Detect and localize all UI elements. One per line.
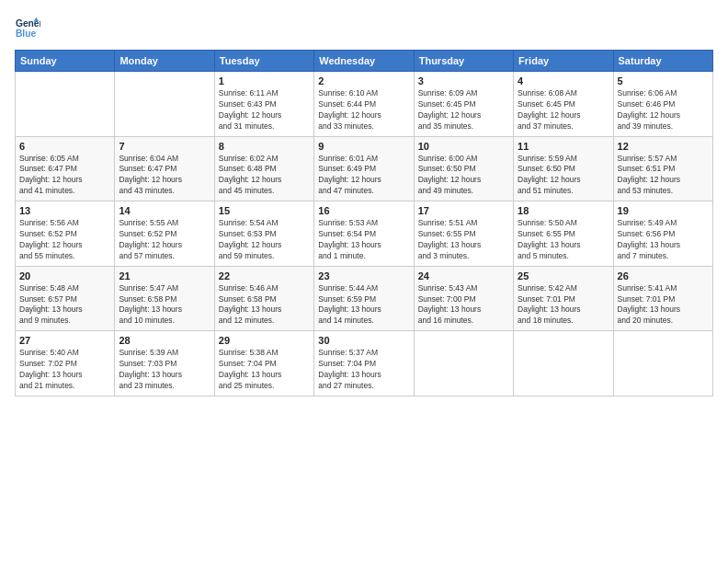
calendar-cell: 9Sunrise: 6:01 AM Sunset: 6:49 PM Daylig… bbox=[314, 136, 414, 201]
day-number: 25 bbox=[518, 270, 609, 282]
day-number: 6 bbox=[19, 141, 110, 152]
calendar-cell: 27Sunrise: 5:40 AM Sunset: 7:02 PM Dayli… bbox=[16, 331, 115, 396]
day-info: Sunrise: 5:47 AM Sunset: 6:58 PM Dayligh… bbox=[119, 283, 210, 327]
svg-text:Blue: Blue bbox=[16, 29, 37, 39]
calendar-cell: 23Sunrise: 5:44 AM Sunset: 6:59 PM Dayli… bbox=[314, 266, 414, 331]
day-number: 27 bbox=[19, 335, 110, 346]
day-info: Sunrise: 6:04 AM Sunset: 6:47 PM Dayligh… bbox=[119, 154, 210, 198]
day-info: Sunrise: 5:39 AM Sunset: 7:03 PM Dayligh… bbox=[119, 348, 210, 392]
day-info: Sunrise: 6:01 AM Sunset: 6:49 PM Dayligh… bbox=[318, 154, 409, 198]
day-info: Sunrise: 6:08 AM Sunset: 6:45 PM Dayligh… bbox=[518, 88, 609, 132]
day-number: 4 bbox=[518, 75, 609, 86]
day-number: 26 bbox=[618, 270, 709, 282]
day-number: 14 bbox=[119, 205, 210, 216]
day-number: 1 bbox=[219, 75, 310, 86]
day-info: Sunrise: 6:00 AM Sunset: 6:50 PM Dayligh… bbox=[418, 154, 509, 198]
day-number: 29 bbox=[219, 335, 310, 346]
week-row-5: 27Sunrise: 5:40 AM Sunset: 7:02 PM Dayli… bbox=[16, 331, 713, 396]
day-info: Sunrise: 5:37 AM Sunset: 7:04 PM Dayligh… bbox=[318, 348, 409, 392]
calendar-cell: 20Sunrise: 5:48 AM Sunset: 6:57 PM Dayli… bbox=[16, 266, 115, 331]
day-info: Sunrise: 5:44 AM Sunset: 6:59 PM Dayligh… bbox=[318, 283, 409, 327]
day-number: 2 bbox=[318, 75, 409, 86]
calendar-cell: 5Sunrise: 6:06 AM Sunset: 6:46 PM Daylig… bbox=[613, 72, 712, 137]
calendar-cell: 25Sunrise: 5:42 AM Sunset: 7:01 PM Dayli… bbox=[514, 266, 613, 331]
calendar-cell: 14Sunrise: 5:55 AM Sunset: 6:52 PM Dayli… bbox=[115, 201, 214, 267]
calendar-cell: 24Sunrise: 5:43 AM Sunset: 7:00 PM Dayli… bbox=[414, 266, 513, 331]
day-info: Sunrise: 5:46 AM Sunset: 6:58 PM Dayligh… bbox=[219, 283, 310, 327]
calendar-cell bbox=[613, 331, 712, 396]
calendar-cell bbox=[514, 331, 613, 396]
weekday-header-friday: Friday bbox=[514, 51, 613, 72]
day-number: 3 bbox=[418, 75, 509, 86]
calendar-cell: 19Sunrise: 5:49 AM Sunset: 6:56 PM Dayli… bbox=[613, 201, 712, 267]
day-number: 17 bbox=[418, 205, 509, 216]
day-info: Sunrise: 5:54 AM Sunset: 6:53 PM Dayligh… bbox=[219, 218, 310, 262]
week-row-2: 6Sunrise: 6:05 AM Sunset: 6:47 PM Daylig… bbox=[16, 136, 713, 201]
day-info: Sunrise: 5:40 AM Sunset: 7:02 PM Dayligh… bbox=[19, 348, 110, 392]
calendar-cell bbox=[115, 72, 214, 137]
calendar-cell: 28Sunrise: 5:39 AM Sunset: 7:03 PM Dayli… bbox=[115, 331, 214, 396]
weekday-header-tuesday: Tuesday bbox=[214, 51, 313, 72]
day-number: 21 bbox=[119, 270, 210, 282]
calendar-cell bbox=[414, 331, 513, 396]
day-number: 30 bbox=[318, 335, 409, 346]
day-info: Sunrise: 6:06 AM Sunset: 6:46 PM Dayligh… bbox=[618, 88, 709, 132]
weekday-header-wednesday: Wednesday bbox=[314, 51, 414, 72]
weekday-header-saturday: Saturday bbox=[613, 51, 712, 72]
calendar-cell: 13Sunrise: 5:56 AM Sunset: 6:52 PM Dayli… bbox=[16, 201, 115, 267]
header: General Blue bbox=[15, 15, 713, 40]
day-info: Sunrise: 5:57 AM Sunset: 6:51 PM Dayligh… bbox=[618, 154, 709, 198]
day-info: Sunrise: 5:43 AM Sunset: 7:00 PM Dayligh… bbox=[418, 283, 509, 327]
day-info: Sunrise: 6:11 AM Sunset: 6:43 PM Dayligh… bbox=[219, 88, 310, 132]
calendar-cell: 10Sunrise: 6:00 AM Sunset: 6:50 PM Dayli… bbox=[414, 136, 513, 201]
day-info: Sunrise: 5:51 AM Sunset: 6:55 PM Dayligh… bbox=[418, 218, 509, 262]
day-number: 23 bbox=[318, 270, 409, 282]
calendar-cell: 29Sunrise: 5:38 AM Sunset: 7:04 PM Dayli… bbox=[214, 331, 313, 396]
calendar-cell: 18Sunrise: 5:50 AM Sunset: 6:55 PM Dayli… bbox=[514, 201, 613, 267]
day-number: 24 bbox=[418, 270, 509, 282]
weekday-header-row: SundayMondayTuesdayWednesdayThursdayFrid… bbox=[16, 51, 713, 72]
day-number: 11 bbox=[518, 141, 609, 152]
day-number: 19 bbox=[618, 205, 709, 216]
day-number: 5 bbox=[618, 75, 709, 86]
day-number: 22 bbox=[219, 270, 310, 282]
calendar-cell: 2Sunrise: 6:10 AM Sunset: 6:44 PM Daylig… bbox=[314, 72, 414, 137]
day-number: 15 bbox=[219, 205, 310, 216]
day-info: Sunrise: 6:02 AM Sunset: 6:48 PM Dayligh… bbox=[219, 154, 310, 198]
weekday-header-sunday: Sunday bbox=[16, 51, 115, 72]
day-number: 28 bbox=[119, 335, 210, 346]
day-number: 7 bbox=[119, 141, 210, 152]
calendar-cell: 17Sunrise: 5:51 AM Sunset: 6:55 PM Dayli… bbox=[414, 201, 513, 267]
day-info: Sunrise: 5:41 AM Sunset: 7:01 PM Dayligh… bbox=[618, 283, 709, 327]
day-info: Sunrise: 5:55 AM Sunset: 6:52 PM Dayligh… bbox=[119, 218, 210, 262]
calendar-cell: 22Sunrise: 5:46 AM Sunset: 6:58 PM Dayli… bbox=[214, 266, 313, 331]
week-row-1: 1Sunrise: 6:11 AM Sunset: 6:43 PM Daylig… bbox=[16, 72, 713, 137]
day-info: Sunrise: 6:10 AM Sunset: 6:44 PM Dayligh… bbox=[318, 88, 409, 132]
day-info: Sunrise: 5:59 AM Sunset: 6:50 PM Dayligh… bbox=[518, 154, 609, 198]
calendar-cell: 21Sunrise: 5:47 AM Sunset: 6:58 PM Dayli… bbox=[115, 266, 214, 331]
day-number: 16 bbox=[318, 205, 409, 216]
day-number: 20 bbox=[19, 270, 110, 282]
calendar-cell: 12Sunrise: 5:57 AM Sunset: 6:51 PM Dayli… bbox=[613, 136, 712, 201]
calendar-cell: 3Sunrise: 6:09 AM Sunset: 6:45 PM Daylig… bbox=[414, 72, 513, 137]
calendar-cell: 4Sunrise: 6:08 AM Sunset: 6:45 PM Daylig… bbox=[514, 72, 613, 137]
weekday-header-monday: Monday bbox=[115, 51, 214, 72]
calendar-table: SundayMondayTuesdayWednesdayThursdayFrid… bbox=[15, 50, 713, 396]
logo: General Blue bbox=[15, 15, 44, 40]
calendar-cell: 15Sunrise: 5:54 AM Sunset: 6:53 PM Dayli… bbox=[214, 201, 313, 267]
day-info: Sunrise: 6:09 AM Sunset: 6:45 PM Dayligh… bbox=[418, 88, 509, 132]
day-info: Sunrise: 5:38 AM Sunset: 7:04 PM Dayligh… bbox=[219, 348, 310, 392]
logo-icon: General Blue bbox=[15, 15, 40, 40]
calendar-cell: 30Sunrise: 5:37 AM Sunset: 7:04 PM Dayli… bbox=[314, 331, 414, 396]
day-number: 18 bbox=[518, 205, 609, 216]
day-info: Sunrise: 5:48 AM Sunset: 6:57 PM Dayligh… bbox=[19, 283, 110, 327]
calendar-cell: 11Sunrise: 5:59 AM Sunset: 6:50 PM Dayli… bbox=[514, 136, 613, 201]
day-info: Sunrise: 5:53 AM Sunset: 6:54 PM Dayligh… bbox=[318, 218, 409, 262]
day-info: Sunrise: 5:56 AM Sunset: 6:52 PM Dayligh… bbox=[19, 218, 110, 262]
calendar-cell: 6Sunrise: 6:05 AM Sunset: 6:47 PM Daylig… bbox=[16, 136, 115, 201]
day-info: Sunrise: 6:05 AM Sunset: 6:47 PM Dayligh… bbox=[19, 154, 110, 198]
day-number: 8 bbox=[219, 141, 310, 152]
calendar-cell: 1Sunrise: 6:11 AM Sunset: 6:43 PM Daylig… bbox=[214, 72, 313, 137]
day-number: 10 bbox=[418, 141, 509, 152]
calendar-cell: 16Sunrise: 5:53 AM Sunset: 6:54 PM Dayli… bbox=[314, 201, 414, 267]
